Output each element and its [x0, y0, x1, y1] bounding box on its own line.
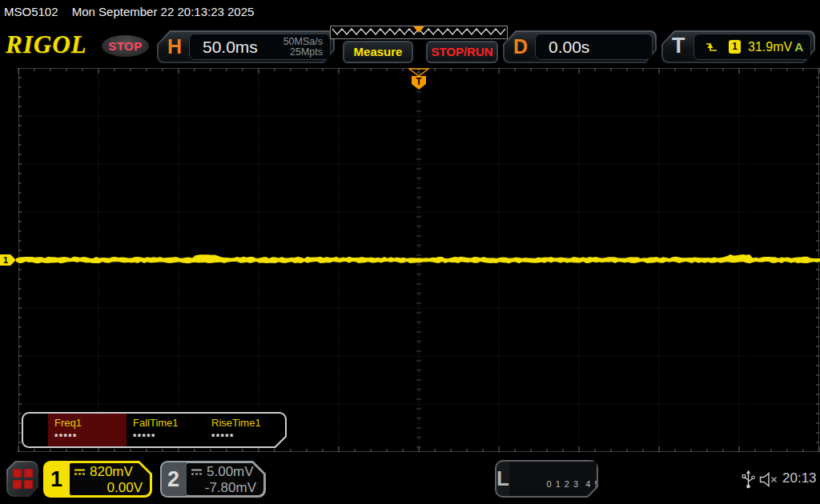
measurement-risetime1[interactable]: RiseTime1 *****: [205, 414, 283, 446]
run-state-badge: STOP: [102, 35, 149, 57]
channel2-scale: 5.00mV: [207, 464, 254, 480]
channel1-offset: 0.00V: [70, 480, 150, 496]
channel2-offset: -7.80mV: [187, 480, 263, 496]
trigger-badge[interactable]: T 1 31.9mV A: [661, 30, 815, 63]
delay-value: 0.00s: [549, 38, 589, 57]
measure-button[interactable]: Measure: [343, 41, 413, 63]
delay-label: D: [513, 35, 528, 58]
dc-coupling-icon: [191, 468, 203, 476]
trigger-source-chip: 1: [729, 40, 741, 54]
digital-row1: 0 1 2 3 4 5 6 7: [546, 479, 617, 489]
svg-text:T: T: [416, 76, 422, 87]
waveform-preview-strip[interactable]: [330, 26, 508, 39]
bottom-bar: 1 820mV 0.00V 2: [0, 453, 820, 504]
stop-run-button[interactable]: STOP/RUN: [426, 41, 498, 63]
ch1-waveform: [16, 254, 820, 263]
horizontal-label: H: [167, 35, 182, 58]
clock-text: 20:13: [782, 470, 817, 486]
ch1-level-marker[interactable]: 1: [0, 254, 16, 266]
model-name: MSO5102: [4, 5, 58, 18]
speaker-muted-icon: [759, 472, 779, 487]
dc-coupling-icon: [74, 468, 86, 476]
measurement-falltime1[interactable]: FallTime1 *****: [127, 414, 205, 446]
datetime-text: Mon September 22 20:13:23 2025: [72, 5, 255, 18]
rigol-logo: RIGOL: [6, 30, 86, 59]
trigger-level: 31.9mV: [748, 40, 792, 54]
digital-label: L: [496, 462, 509, 496]
usb-icon: [742, 470, 755, 490]
measurement-panel: Freq1 ***** FallTime1 ***** RiseTime1 **…: [22, 412, 287, 448]
grid-squares-icon: [13, 469, 33, 489]
channel1-badge[interactable]: 1 820mV 0.00V: [43, 461, 152, 498]
trigger-label: T: [672, 34, 685, 58]
channel1-number: 1: [43, 461, 70, 498]
channel2-number: 2: [160, 461, 187, 498]
memory-depth: 25Mpts: [290, 46, 323, 58]
titlebar: MSO5102 Mon September 22 20:13:23 2025: [0, 0, 820, 22]
digital-channels-badge[interactable]: L 0 1 2 3 4 5 6 7 8 9 1011 12131415: [495, 460, 598, 498]
delay-badge[interactable]: D 0.00s: [503, 30, 657, 63]
horizontal-settings-badge[interactable]: H 50.0ms 50MSa/s 25Mpts: [157, 30, 335, 63]
graticule: T 1: [0, 68, 820, 452]
timebase-value: 50.0ms: [203, 38, 258, 57]
sample-rate: 50MSa/s: [283, 36, 323, 47]
menu-grid-button[interactable]: [6, 461, 38, 497]
trigger-slope-icon: [705, 41, 718, 54]
trigger-sweep-mode: A: [794, 40, 803, 54]
channel1-scale: 820mV: [90, 464, 133, 480]
channel2-badge[interactable]: 2 5.00mV -7.80mV: [160, 461, 266, 498]
svg-text:1: 1: [3, 255, 8, 265]
oscilloscope-screen: MSO5102 Mon September 22 20:13:23 2025 R…: [0, 0, 820, 504]
measurement-freq1[interactable]: Freq1 *****: [48, 414, 127, 446]
header-bar: RIGOL STOP H 50.0ms 50MSa/s 25Mpts Measu…: [0, 22, 820, 67]
